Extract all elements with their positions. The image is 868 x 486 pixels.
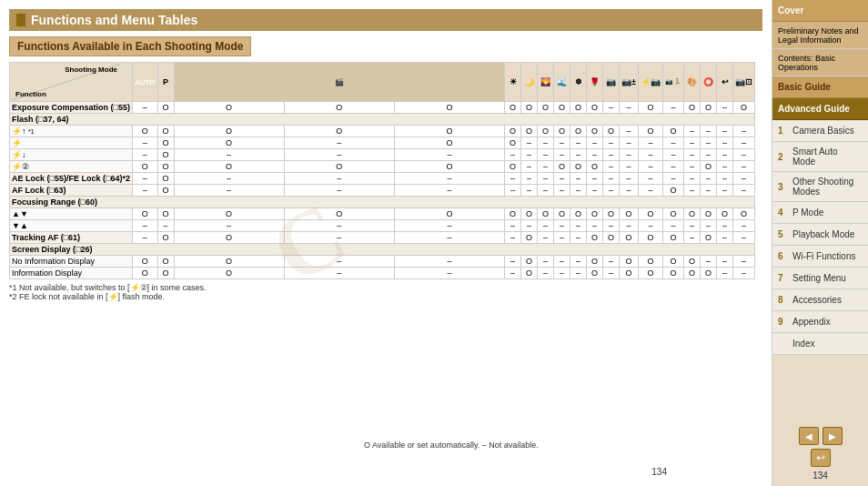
cell: O (505, 102, 521, 114)
cell: – (733, 173, 755, 185)
cell: – (505, 256, 521, 268)
cell: O (603, 126, 620, 137)
sidebar-advanced-guide[interactable]: Advanced Guide (772, 98, 868, 120)
cell: O (620, 268, 639, 279)
cell: – (132, 173, 157, 185)
sidebar-item-wifi[interactable]: 6 Wi-Fi Functions (772, 246, 868, 268)
cell: – (663, 173, 684, 185)
sidebar-item-p-mode[interactable]: 4 P Mode (772, 202, 868, 224)
page-number: 134 (651, 467, 667, 477)
cell: – (663, 161, 684, 173)
cell: – (394, 220, 504, 232)
cell: – (284, 256, 394, 268)
col-icon4: 🌊 (554, 63, 570, 102)
cell: O (587, 126, 603, 137)
cell: – (284, 173, 394, 185)
prev-button[interactable]: ◀ (799, 427, 819, 445)
cell: – (603, 256, 620, 268)
cell: O (587, 256, 603, 268)
cell: O (157, 173, 174, 185)
cell: – (521, 185, 538, 197)
cell: O (554, 161, 570, 173)
cell: – (538, 185, 554, 197)
cell: – (639, 220, 663, 232)
cell: – (554, 185, 570, 197)
func-focus1: ▲▼ (10, 208, 133, 220)
sidebar-item-other-shooting[interactable]: 3 Other Shooting Modes (772, 172, 868, 202)
cell: – (284, 220, 394, 232)
cell: – (701, 126, 717, 137)
sidebar-item-camera-basics[interactable]: 1 Camera Basics (772, 120, 868, 142)
sidebar-prelim[interactable]: Preliminary Notes and Legal Information (772, 22, 868, 49)
sidebar-cover[interactable]: Cover (772, 0, 868, 22)
cell: – (394, 185, 504, 197)
cell: – (717, 126, 733, 137)
cell: – (733, 126, 755, 137)
cell: O (554, 102, 570, 114)
cell: O (521, 208, 538, 220)
cell: – (505, 220, 521, 232)
cell: O (603, 232, 620, 244)
cell: – (717, 149, 733, 161)
table-row: ⚡ – O O – O O – – – – – – – – – – – – – (10, 137, 755, 149)
page-title: Functions and Menu Tables (9, 9, 762, 31)
sidebar-contents[interactable]: Contents: Basic Operations (772, 49, 868, 76)
cell: – (554, 232, 570, 244)
cell: O (394, 126, 504, 137)
sidebar-item-setting-menu[interactable]: 7 Setting Menu (772, 268, 868, 289)
cell: – (394, 268, 504, 279)
cell: – (603, 173, 620, 185)
cell: O (570, 126, 587, 137)
group-screen: Screen Display (□26) (10, 244, 755, 256)
cell: O (663, 126, 684, 137)
cell: – (132, 149, 157, 161)
sidebar-basic-guide[interactable]: Basic Guide (772, 76, 868, 98)
cell: – (394, 173, 504, 185)
table-row: ⚡↑ *1 O O O O O O O O O O O O – O O – – … (10, 126, 755, 137)
cell: O (663, 268, 684, 279)
cell: – (587, 173, 603, 185)
cell: – (717, 102, 733, 114)
cell: O (639, 102, 663, 114)
cell: O (639, 126, 663, 137)
sidebar-page-number: 134 (812, 471, 828, 481)
cell: – (570, 268, 587, 279)
cell: – (701, 173, 717, 185)
cell: – (684, 137, 701, 149)
cell: O (663, 185, 684, 197)
sidebar-item-smart-auto[interactable]: 2 Smart Auto Mode (772, 142, 868, 172)
cell: – (570, 137, 587, 149)
cell: O (663, 256, 684, 268)
col-p: P (157, 63, 174, 102)
cell: O (157, 232, 174, 244)
cell: – (538, 232, 554, 244)
cell: – (554, 256, 570, 268)
cell: – (733, 149, 755, 161)
cell: O (394, 208, 504, 220)
sidebar-bottom: ◀ ▶ ↩ 134 (772, 421, 868, 486)
cell: – (701, 185, 717, 197)
cell: O (639, 268, 663, 279)
nav-buttons: ◀ ▶ (799, 427, 843, 445)
cell: – (639, 173, 663, 185)
home-button[interactable]: ↩ (811, 449, 831, 467)
col-icon7: 📷 (603, 63, 620, 102)
col-icon3: 🌄 (538, 63, 554, 102)
cell: – (701, 137, 717, 149)
cell: O (505, 137, 521, 149)
cell: – (603, 137, 620, 149)
cell: – (620, 126, 639, 137)
sidebar-item-index[interactable]: Index (772, 333, 868, 355)
cell: O (603, 208, 620, 220)
next-button[interactable]: ▶ (823, 427, 843, 445)
cell: – (394, 149, 504, 161)
sidebar-item-accessories[interactable]: 8 Accessories (772, 289, 868, 311)
cell: – (684, 149, 701, 161)
sidebar-item-playback[interactable]: 5 Playback Mode (772, 224, 868, 246)
sidebar-item-appendix[interactable]: 9 Appendix (772, 311, 868, 333)
cell: O (157, 149, 174, 161)
cell: – (603, 161, 620, 173)
cell: O (587, 208, 603, 220)
cell: O (684, 256, 701, 268)
table-row: No Information Display O O O – – – O – –… (10, 256, 755, 268)
